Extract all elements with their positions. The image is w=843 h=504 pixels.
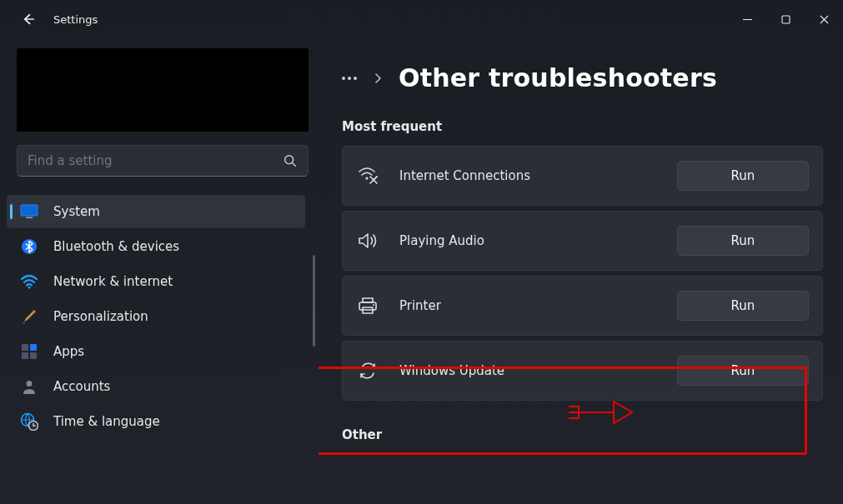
troubleshooter-printer: Printer Run [342, 276, 823, 336]
svg-rect-10 [30, 352, 37, 359]
nav: System Bluetooth & devices Network & int… [7, 195, 319, 438]
run-button[interactable]: Run [677, 226, 809, 256]
main-content: Other troubleshooters Most frequent Inte… [319, 38, 843, 504]
apps-icon [20, 342, 38, 361]
net-diag-icon [356, 164, 379, 187]
bluetooth-icon [20, 237, 38, 256]
nav-label: Personalization [53, 309, 148, 324]
settings-window: Settings [0, 0, 843, 504]
printer-icon [356, 294, 379, 317]
breadcrumb: Other troubleshooters [342, 63, 823, 92]
close-button[interactable] [805, 0, 843, 38]
run-button[interactable]: Run [677, 161, 809, 191]
svg-point-11 [27, 381, 33, 387]
nav-label: Bluetooth & devices [53, 239, 179, 254]
svg-rect-4 [26, 217, 33, 219]
sidebar-scrollbar[interactable] [313, 255, 315, 347]
troubleshooter-windows-update: Windows Update Run [342, 341, 823, 401]
svg-point-18 [373, 304, 374, 306]
svg-point-14 [365, 177, 368, 179]
update-sync-icon [356, 359, 379, 382]
paintbrush-icon [20, 307, 38, 326]
svg-point-6 [28, 287, 31, 289]
troubleshooter-list: Internet Connections Run Playing Audio R… [342, 146, 823, 401]
window-body: System Bluetooth & devices Network & int… [0, 38, 843, 504]
nav-network[interactable]: Network & internet [7, 265, 305, 298]
nav-system[interactable]: System [7, 195, 305, 228]
search-box[interactable] [17, 145, 309, 177]
troubleshooter-label: Printer [399, 298, 441, 313]
back-button[interactable] [20, 11, 37, 27]
troubleshooter-label: Playing Audio [399, 233, 484, 248]
svg-rect-7 [22, 344, 28, 351]
troubleshooter-internet-connections: Internet Connections Run [342, 146, 823, 206]
window-title: Settings [53, 13, 98, 26]
svg-rect-8 [30, 344, 37, 351]
svg-rect-16 [359, 302, 376, 310]
wifi-icon [20, 272, 38, 291]
run-button[interactable]: Run [677, 291, 809, 321]
svg-rect-0 [782, 16, 790, 23]
svg-rect-9 [22, 352, 28, 359]
search-icon [283, 153, 298, 168]
nav-label: Time & language [53, 414, 160, 429]
nav-label: Apps [53, 344, 84, 359]
speaker-icon [356, 229, 379, 252]
nav-label: Accounts [53, 379, 110, 394]
active-indicator [10, 204, 13, 219]
breadcrumb-more-button[interactable] [342, 77, 357, 80]
svg-rect-2 [21, 205, 38, 216]
section-title-most-frequent: Most frequent [342, 119, 823, 134]
sidebar: System Bluetooth & devices Network & int… [0, 38, 319, 504]
window-controls [728, 0, 843, 38]
system-icon [20, 202, 38, 221]
globe-clock-icon [20, 412, 38, 431]
svg-point-1 [285, 156, 294, 164]
chevron-right-icon [374, 72, 382, 84]
nav-time-language[interactable]: Time & language [7, 405, 305, 438]
troubleshooter-label: Windows Update [399, 363, 504, 378]
person-icon [20, 377, 38, 396]
nav-label: System [53, 204, 100, 219]
troubleshooter-playing-audio: Playing Audio Run [342, 211, 823, 271]
page-title: Other troubleshooters [399, 63, 717, 92]
nav-label: Network & internet [53, 274, 173, 289]
account-header-redacted[interactable] [17, 48, 309, 132]
nav-apps[interactable]: Apps [7, 335, 305, 368]
titlebar: Settings [0, 0, 843, 38]
search-input[interactable] [28, 153, 283, 168]
annotation-arrow [567, 397, 634, 428]
minimize-button[interactable] [728, 0, 766, 38]
section-title-other: Other [342, 427, 823, 442]
nav-accounts[interactable]: Accounts [7, 370, 305, 403]
maximize-button[interactable] [766, 0, 805, 38]
nav-personalization[interactable]: Personalization [7, 300, 305, 333]
nav-bluetooth[interactable]: Bluetooth & devices [7, 230, 305, 263]
run-button[interactable]: Run [677, 356, 809, 386]
troubleshooter-label: Internet Connections [399, 168, 530, 183]
